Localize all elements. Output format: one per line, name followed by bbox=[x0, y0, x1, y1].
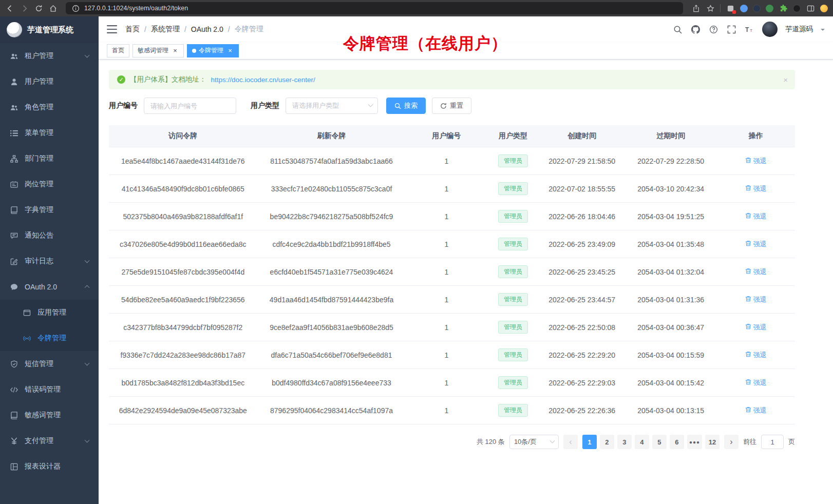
delete-icon bbox=[745, 268, 751, 276]
sidebar-item-8[interactable]: 审计日志 bbox=[0, 248, 99, 274]
sidebar-item-6[interactable]: 字典管理 bbox=[0, 197, 99, 223]
post-badge-icon bbox=[10, 180, 18, 188]
pagination-page-6[interactable]: 6 bbox=[670, 435, 684, 449]
help-icon[interactable] bbox=[708, 24, 718, 34]
pagination-prev-icon[interactable]: ‹ bbox=[563, 435, 578, 449]
extension-icon[interactable] bbox=[766, 5, 773, 12]
sidebar: 芋道管理系统 租户管理用户管理角色管理菜单管理部门管理岗位管理字典管理通知公告审… bbox=[0, 16, 99, 504]
sidebar-item-15[interactable]: 支付管理 bbox=[0, 428, 99, 454]
sidebar-item-13[interactable]: 错误码管理 bbox=[0, 377, 99, 402]
extension-icon[interactable] bbox=[793, 5, 801, 12]
page-size-select[interactable]: 10条/页 bbox=[509, 435, 559, 449]
sidebar-menu: 租户管理用户管理角色管理菜单管理部门管理岗位管理字典管理通知公告审计日志OAut… bbox=[0, 43, 99, 504]
action-cell: 强退 bbox=[717, 230, 795, 258]
expire-time-cell: 2054-03-04 19:51:25 bbox=[625, 203, 717, 230]
close-icon[interactable]: × bbox=[783, 75, 788, 84]
reset-button[interactable]: 重置 bbox=[432, 98, 471, 114]
force-logout-button[interactable]: 强退 bbox=[745, 157, 767, 166]
tab-0[interactable]: 首页 bbox=[107, 44, 129, 57]
pagination-page-4[interactable]: 4 bbox=[635, 435, 649, 449]
force-logout-label: 强退 bbox=[753, 267, 767, 277]
bookmark-star-icon[interactable] bbox=[706, 4, 715, 13]
app-logo[interactable]: 芋道管理系统 bbox=[0, 16, 99, 43]
goto-unit: 页 bbox=[788, 437, 795, 447]
sidebar-item-1[interactable]: 用户管理 bbox=[0, 69, 99, 94]
created-time-cell: 2022-06-25 22:29:20 bbox=[539, 341, 625, 369]
user-avatar[interactable] bbox=[762, 22, 778, 37]
column-header: 刷新令牌 bbox=[257, 125, 406, 147]
sidebar-item-10[interactable]: 应用管理 bbox=[0, 300, 99, 325]
force-logout-label: 强退 bbox=[753, 240, 767, 249]
force-logout-button[interactable]: 强退 bbox=[745, 267, 767, 277]
sidebar-toggle-icon[interactable] bbox=[107, 25, 117, 34]
force-logout-button[interactable]: 强退 bbox=[745, 184, 767, 193]
extension-icon[interactable] bbox=[726, 4, 735, 13]
sms-shield-icon bbox=[10, 360, 18, 368]
force-logout-button[interactable]: 强退 bbox=[745, 351, 767, 360]
sidebar-item-9[interactable]: OAuth 2.0 bbox=[0, 274, 99, 300]
force-logout-button[interactable]: 强退 bbox=[745, 406, 767, 415]
font-size-icon[interactable]: TT bbox=[744, 24, 754, 34]
extensions-puzzle-icon[interactable] bbox=[779, 4, 788, 13]
tab-1[interactable]: 敏感词管理× bbox=[132, 44, 184, 57]
fullscreen-icon[interactable] bbox=[726, 24, 736, 34]
reload-icon[interactable] bbox=[34, 4, 43, 13]
github-icon[interactable] bbox=[690, 24, 701, 34]
sidebar-item-7[interactable]: 通知公告 bbox=[0, 223, 99, 248]
sidebar-item-2[interactable]: 角色管理 bbox=[0, 94, 99, 120]
close-icon[interactable]: × bbox=[226, 47, 234, 54]
address-bar[interactable]: 127.0.0.1:1024/system/oauth2/token bbox=[66, 2, 683, 14]
sidebar-item-0[interactable]: 租户管理 bbox=[0, 43, 99, 69]
profile-avatar[interactable] bbox=[820, 5, 828, 12]
sidebar-item-4[interactable]: 部门管理 bbox=[0, 146, 99, 171]
active-dot-icon bbox=[192, 49, 196, 53]
pagination-page-12[interactable]: 12 bbox=[705, 435, 720, 449]
goto-page-input[interactable] bbox=[761, 435, 784, 449]
sidebar-item-11[interactable]: 令牌管理 bbox=[0, 325, 99, 351]
sidebar-item-5[interactable]: 岗位管理 bbox=[0, 171, 99, 197]
pagination-page-2[interactable]: 2 bbox=[600, 435, 614, 449]
goto-label: 前往 bbox=[743, 437, 756, 447]
force-logout-button[interactable]: 强退 bbox=[745, 212, 767, 221]
search-button[interactable]: 搜索 bbox=[386, 98, 426, 114]
breadcrumb-item[interactable]: 系统管理 bbox=[151, 25, 180, 34]
pagination-page-3[interactable]: 3 bbox=[617, 435, 632, 449]
pagination-page-5[interactable]: 5 bbox=[652, 435, 667, 449]
user-name[interactable]: 芋道源码 bbox=[785, 25, 813, 34]
created-time-cell: 2022-06-25 22:26:36 bbox=[539, 397, 625, 424]
site-info-icon[interactable] bbox=[71, 4, 80, 13]
doc-link[interactable]: https://doc.iocoder.cn/user-center/ bbox=[211, 76, 315, 84]
home-icon[interactable] bbox=[48, 4, 58, 13]
user-type-select[interactable]: 请选择用户类型 bbox=[286, 98, 378, 114]
search-icon[interactable] bbox=[672, 24, 683, 34]
split-view-icon[interactable] bbox=[806, 4, 815, 13]
sidebar-item-14[interactable]: 敏感词管理 bbox=[0, 402, 99, 428]
user-id-input[interactable] bbox=[144, 98, 236, 114]
breadcrumb-item[interactable]: OAuth 2.0 bbox=[191, 25, 223, 33]
forward-icon[interactable] bbox=[20, 4, 29, 13]
breadcrumb-item[interactable]: 首页 bbox=[125, 25, 140, 34]
tab-2[interactable]: 令牌管理× bbox=[187, 44, 239, 57]
close-icon[interactable]: × bbox=[172, 47, 179, 54]
share-icon[interactable] bbox=[691, 4, 701, 13]
sidebar-item-3[interactable]: 菜单管理 bbox=[0, 120, 99, 146]
column-header: 操作 bbox=[717, 125, 795, 147]
column-header: 过期时间 bbox=[625, 125, 717, 147]
force-logout-button[interactable]: 强退 bbox=[745, 323, 767, 332]
pagination-more-icon[interactable]: ●●● bbox=[687, 435, 702, 449]
sidebar-item-16[interactable]: 报表设计器 bbox=[0, 454, 99, 479]
extension-icon[interactable] bbox=[753, 5, 761, 12]
force-logout-button[interactable]: 强退 bbox=[745, 378, 767, 387]
force-logout-button[interactable]: 强退 bbox=[745, 240, 767, 249]
action-cell: 强退 bbox=[717, 203, 795, 230]
back-icon[interactable] bbox=[5, 4, 14, 13]
force-logout-button[interactable]: 强退 bbox=[745, 295, 767, 304]
pagination-next-icon[interactable]: › bbox=[724, 435, 739, 449]
sidebar-item-label: 敏感词管理 bbox=[25, 411, 61, 420]
table-header-row: 访问令牌刷新令牌用户编号用户类型创建时间过期时间操作 bbox=[109, 125, 795, 147]
chevron-down-icon[interactable] bbox=[821, 29, 825, 33]
extension-icon[interactable] bbox=[740, 5, 748, 12]
sidebar-item-12[interactable]: 短信管理 bbox=[0, 351, 99, 377]
pagination-page-1[interactable]: 1 bbox=[582, 435, 597, 449]
access-token-cell: 1ea5e44f8bc1467aaede43144f31de76 bbox=[109, 147, 257, 175]
